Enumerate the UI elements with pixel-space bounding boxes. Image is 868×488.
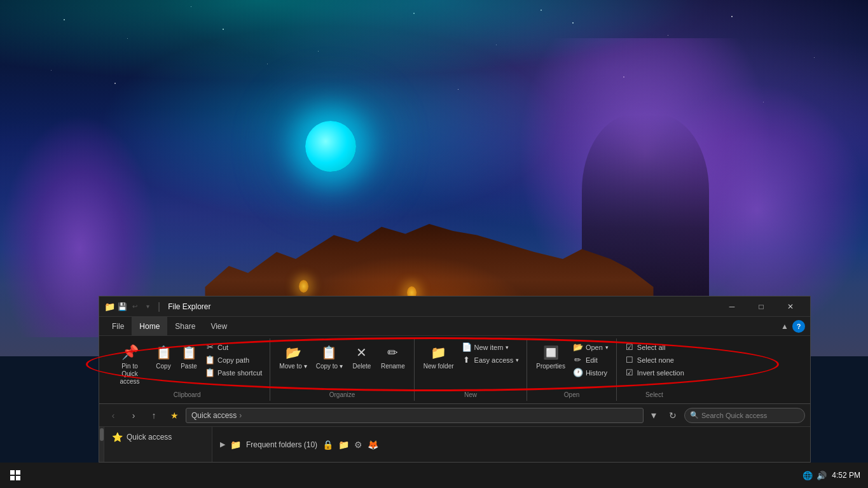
easy-access-arrow: ▾ — [516, 357, 519, 363]
history-icon: 🕐 — [573, 368, 583, 377]
easy-access-button[interactable]: ⬆ Easy access ▾ — [459, 354, 522, 366]
paste-label: Paste — [181, 363, 197, 370]
refresh-button[interactable]: ↻ — [664, 407, 682, 424]
network-icon[interactable]: 🌐 — [803, 471, 813, 480]
close-button[interactable]: ✕ — [776, 296, 805, 317]
open-group-label: Open — [527, 391, 616, 398]
taskbar-right: 🌐 🔊 4:52 PM — [803, 471, 868, 480]
new-stack: 📄 New item ▾ ⬆ Easy access ▾ — [459, 341, 522, 379]
copy-path-icon: 📋 — [205, 355, 215, 365]
menu-view[interactable]: View — [203, 317, 235, 336]
new-item-label: New item — [474, 344, 504, 351]
search-icon: 🔍 — [690, 411, 699, 419]
clipboard-group-label: Clipboard — [104, 391, 270, 398]
menu-home[interactable]: Home — [132, 317, 167, 336]
title-bar: 📁 💾 ↩ ▾ | File Explorer ─ □ ✕ — [99, 296, 810, 317]
edit-button[interactable]: ✏ Edit — [570, 354, 611, 366]
cut-button[interactable]: ✂ Cut — [202, 341, 265, 353]
history-button[interactable]: 🕐 History — [570, 366, 611, 379]
desktop: 📁 💾 ↩ ▾ | File Explorer ─ □ ✕ File Home … — [0, 0, 868, 488]
new-folder-button[interactable]: 📁 New folder — [420, 341, 458, 383]
address-bar[interactable]: Quick access › — [186, 408, 644, 423]
properties-icon: 🔲 — [543, 344, 559, 361]
aurora — [0, 0, 868, 115]
maximize-button[interactable]: □ — [747, 296, 776, 317]
copy-to-icon: 📋 — [321, 344, 337, 361]
clipboard-group: 📌 Pin to Quick access 📋 Copy 📋 Paste ✂ — [104, 338, 270, 401]
select-group-label: Select — [617, 391, 692, 398]
move-to-icon: 📂 — [286, 344, 301, 361]
gear-icon[interactable]: ⚙ — [354, 440, 362, 450]
taskbar: 🌐 🔊 4:52 PM — [0, 463, 868, 488]
new-item-icon: 📄 — [462, 342, 472, 352]
navigation-bar: ‹ › ↑ ★ Quick access › ▾ ↻ 🔍 Search Quic… — [99, 404, 810, 427]
pin-to-quick-access-button[interactable]: 📌 Pin to Quick access — [109, 341, 150, 398]
select-all-label: Select all — [637, 344, 666, 351]
properties-button[interactable]: 🔲 Properties — [532, 341, 569, 383]
favorites-button[interactable]: ★ — [165, 407, 183, 424]
clock[interactable]: 4:52 PM — [832, 471, 860, 480]
search-box[interactable]: 🔍 Search Quick access — [684, 408, 805, 423]
cut-label: Cut — [217, 344, 228, 351]
open-button[interactable]: 📂 Open ▾ — [570, 341, 611, 353]
rename-button[interactable]: ✏ Rename — [377, 341, 409, 383]
clipboard-stack: ✂ Cut 📋 Copy path 📋 Paste shortcut — [202, 341, 265, 391]
move-to-button[interactable]: 📂 Move to ▾ — [275, 341, 310, 383]
select-stack: ☑ Select all ☐ Select none ☑ Invert sele… — [622, 341, 687, 391]
back-button[interactable]: ‹ — [104, 407, 122, 424]
invert-selection-button[interactable]: ☑ Invert selection — [622, 366, 687, 379]
open-arrow: ▾ — [605, 344, 609, 351]
history-label: History — [586, 369, 607, 377]
copy-path-button[interactable]: 📋 Copy path — [202, 354, 265, 366]
delete-button[interactable]: ✕ Delete — [348, 341, 376, 383]
paste-shortcut-button[interactable]: 📋 Paste shortcut — [202, 366, 265, 379]
title-separator: | — [158, 301, 160, 312]
new-item-arrow: ▾ — [506, 344, 509, 351]
start-button[interactable] — [0, 463, 31, 488]
select-none-button[interactable]: ☐ Select none — [622, 354, 687, 366]
moon — [305, 121, 356, 172]
select-group: ☑ Select all ☐ Select none ☑ Invert sele… — [617, 338, 692, 401]
firefox-icon[interactable]: 🦊 — [368, 440, 378, 450]
select-all-button[interactable]: ☑ Select all — [622, 341, 687, 353]
menu-bar: File Home Share View ▲ ? — [99, 317, 810, 336]
window-title: File Explorer — [168, 302, 210, 311]
path-separator: › — [239, 411, 242, 420]
volume-icon[interactable]: 🔊 — [816, 471, 827, 480]
ribbon-collapse-button[interactable]: ▲ — [777, 319, 792, 334]
copy-to-button[interactable]: 📋 Copy to ▾ — [312, 341, 347, 383]
rename-label: Rename — [381, 363, 405, 370]
paste-button[interactable]: 📋 Paste — [177, 341, 201, 383]
delete-label: Delete — [352, 363, 371, 370]
path-dropdown-button[interactable]: ▾ — [646, 408, 661, 423]
undo-icon: ↩ — [130, 302, 140, 312]
folder-content-icon: 📁 — [230, 440, 241, 450]
new-group: 📁 New folder 📄 New item ▾ ⬆ Easy access … — [415, 338, 528, 401]
minimize-button[interactable]: ─ — [717, 296, 747, 317]
open-stack: 📂 Open ▾ ✏ Edit 🕐 History — [570, 341, 611, 391]
edit-icon: ✏ — [573, 355, 583, 365]
open-label: Open — [586, 344, 603, 351]
invert-selection-label: Invert selection — [637, 369, 684, 377]
copy-path-label: Copy path — [217, 356, 249, 364]
sidebar: ⭐ Quick access — [104, 427, 212, 462]
up-button[interactable]: ↑ — [145, 407, 163, 424]
frequent-folders-label: Frequent folders (10) — [246, 440, 317, 449]
new-item-button[interactable]: 📄 New item ▾ — [459, 341, 522, 353]
paste-shortcut-icon: 📋 — [205, 368, 215, 377]
paste-large-icon: 📋 — [181, 344, 197, 361]
sidebar-scroll[interactable] — [99, 427, 104, 462]
copy-button[interactable]: 📋 Copy — [151, 341, 176, 383]
content-area: ▶ 📁 Frequent folders (10) 🔒 📁 ⚙ 🦊 — [212, 427, 810, 462]
forward-button[interactable]: › — [125, 407, 142, 424]
menu-share[interactable]: Share — [167, 317, 203, 336]
menu-file[interactable]: File — [104, 317, 132, 336]
ribbon: 📌 Pin to Quick access 📋 Copy 📋 Paste ✂ — [99, 336, 810, 404]
expand-arrow[interactable]: ▶ — [220, 440, 225, 449]
invert-selection-icon: ☑ — [624, 368, 635, 377]
pin-icon: 📌 — [121, 344, 139, 361]
copy-label: Copy — [156, 363, 170, 370]
organize-group-label: Organize — [270, 391, 413, 398]
sidebar-item-quick-access[interactable]: ⭐ Quick access — [104, 429, 212, 445]
help-button[interactable]: ? — [792, 320, 805, 333]
